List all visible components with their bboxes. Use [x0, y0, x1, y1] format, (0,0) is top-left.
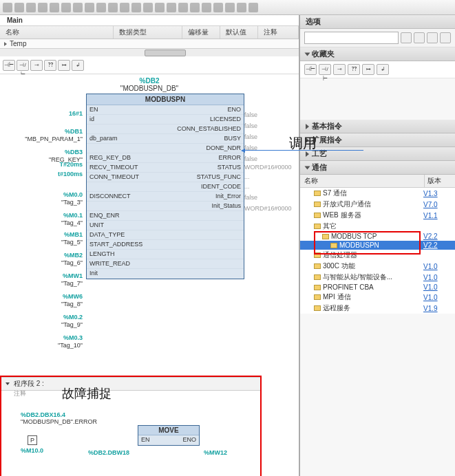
toolbar-icon[interactable] — [213, 3, 223, 12]
tree-item[interactable]: PROFINET CBAV1.0 — [300, 283, 455, 292]
fav-contact-nc[interactable]: ⊣/⊢ — [319, 64, 331, 75]
network-2-comment[interactable]: 注释 — [14, 389, 26, 398]
tree-col-name[interactable]: 名称 — [300, 175, 425, 187]
toolbar-icon[interactable] — [85, 3, 94, 12]
branch-open-icon[interactable]: ↦ — [58, 60, 70, 71]
search-opt3-icon[interactable] — [427, 32, 438, 43]
coil-icon[interactable]: ⊸ — [30, 60, 43, 71]
refresh-icon[interactable] — [440, 32, 451, 43]
tree-col-ver[interactable]: 版本 — [425, 175, 455, 187]
tree-item[interactable]: 与智能从站/智能设备...V1.0 — [300, 272, 455, 283]
interface-row-temp[interactable]: Temp — [0, 39, 299, 48]
toolbar-icon[interactable] — [108, 3, 118, 12]
toolbar-icon[interactable] — [190, 3, 200, 12]
toolbar-icon[interactable] — [73, 3, 83, 12]
left-operand[interactable]: %MB2"Tag_6" — [0, 252, 83, 267]
section-comm[interactable]: 通信 — [300, 161, 455, 175]
toolbar-icon[interactable] — [26, 3, 36, 12]
right-operand[interactable]: false — [244, 122, 299, 130]
right-operand[interactable]: ... — [244, 173, 299, 181]
edge-p[interactable]: P — [28, 435, 37, 445]
collapse-icon[interactable] — [6, 382, 10, 385]
tree-item[interactable]: 远程服务V1.9 — [300, 303, 455, 314]
block-tab[interactable]: Main — [0, 15, 299, 26]
left-operand[interactable]: T#20ms — [0, 161, 83, 169]
branch-close-icon[interactable]: ↲ — [72, 60, 84, 71]
network-2-header[interactable]: 程序段 2 : — [1, 377, 260, 391]
toolbar-icon[interactable] — [3, 3, 12, 12]
toolbar-icon[interactable] — [50, 3, 59, 12]
left-operand[interactable]: %MW6"Tag_8" — [0, 293, 83, 308]
tree-item[interactable]: 300C 功能V1.0 — [300, 261, 455, 272]
toolbar-icon[interactable] — [178, 3, 188, 12]
right-operand[interactable]: false — [244, 194, 299, 202]
toolbar-icon[interactable] — [202, 3, 211, 12]
contact-symbol[interactable]: %DB2.DBX16.4 — [21, 411, 65, 418]
tree-item[interactable]: MODBUS TCPV2.2 — [300, 232, 455, 241]
edge-mem-sym[interactable]: %M10.0 — [21, 447, 43, 454]
favorites-header[interactable]: 收藏夹 — [300, 47, 455, 61]
tree-item[interactable]: WEB 服务器V1.1 — [300, 210, 455, 221]
toolbar-icon[interactable] — [38, 3, 47, 12]
toolbar-icon[interactable] — [155, 3, 165, 12]
toolbar-icon[interactable] — [120, 3, 129, 12]
left-operand[interactable]: %M0.2"Tag_9" — [0, 314, 83, 329]
section-ext[interactable]: 扩展指令 — [300, 133, 455, 147]
col-offset[interactable]: 偏移量 — [182, 26, 220, 39]
search-opt2-icon[interactable] — [414, 32, 425, 43]
fav-branch-open[interactable]: ↦ — [362, 64, 374, 75]
right-operand[interactable]: false — [244, 155, 299, 163]
contact-nc-icon[interactable]: ⊣/⊢ — [17, 60, 29, 71]
tree-item[interactable]: 开放式用户通信V7.0 — [300, 199, 455, 210]
left-operand[interactable]: %MB1"Tag_5" — [0, 231, 83, 246]
toolbar-icon[interactable] — [96, 3, 106, 12]
col-default[interactable]: 默认值 — [220, 26, 258, 39]
left-operand[interactable]: %M0.3"Tag_10" — [0, 334, 83, 349]
right-operand[interactable]: WORD#16#0000 — [244, 205, 299, 213]
tree-item[interactable]: 通信处理器 — [300, 250, 455, 261]
col-comment[interactable]: 注释 — [258, 26, 299, 39]
col-datatype[interactable]: 数据类型 — [114, 26, 182, 39]
toolbar-icon[interactable] — [237, 3, 246, 12]
expand-icon[interactable] — [4, 42, 7, 46]
tree-item[interactable]: MPI 通信V1.0 — [300, 292, 455, 303]
fb-call-box[interactable]: MODBUSPN ENENO idLICENSED CONN_ESTABLISH… — [86, 94, 244, 279]
toolbar-icon[interactable] — [14, 3, 24, 12]
left-operand[interactable]: %DB1"MB_PN_PARAM_1" — [0, 128, 83, 143]
toolbar-icon[interactable] — [167, 3, 176, 12]
box-icon[interactable]: ⁇ — [44, 60, 56, 71]
left-operand[interactable]: %M0.1"Tag_4" — [0, 212, 83, 227]
toolbar-icon[interactable] — [131, 3, 141, 12]
toolbar-icon[interactable] — [248, 3, 258, 12]
fav-contact-no[interactable]: ⊣⊢ — [304, 64, 317, 75]
toolbar-icon[interactable] — [61, 3, 71, 12]
left-operand[interactable]: t#100ms — [0, 171, 83, 178]
search-opt-icon[interactable] — [401, 32, 412, 43]
hscroll[interactable] — [0, 48, 299, 56]
tree-item[interactable]: MODBUSPNV2.2 — [300, 241, 455, 250]
tree-item[interactable]: S7 通信V1.3 — [300, 188, 455, 199]
fav-branch-close[interactable]: ↲ — [377, 64, 389, 75]
right-operand[interactable]: WORD#16#0000 — [244, 164, 299, 171]
move-out-val[interactable]: %MW12 — [204, 449, 227, 456]
right-operand[interactable]: ... — [244, 183, 299, 191]
fav-coil[interactable]: ⊸ — [333, 64, 346, 75]
hscroll-thumb[interactable] — [145, 50, 186, 56]
left-operand[interactable]: 16#1 — [0, 110, 83, 118]
search-input[interactable] — [304, 32, 399, 44]
section-tech[interactable]: 工艺 — [300, 147, 455, 161]
left-operand[interactable]: %M0.0"Tag_3" — [0, 191, 83, 206]
move-in-val[interactable]: %DB2.DBW18 — [88, 449, 129, 456]
fav-box[interactable]: ⁇ — [348, 64, 360, 75]
network-canvas[interactable]: %DB2 "MODBUSPN_DB" MODBUSPN ENENO idLICE… — [0, 74, 299, 476]
contact-no-icon[interactable]: ⊣⊢ — [3, 60, 15, 71]
right-operand[interactable]: false — [244, 111, 299, 119]
toolbar-icon[interactable] — [143, 3, 153, 12]
section-basic[interactable]: 基本指令 — [300, 120, 455, 133]
options-header[interactable]: 选项 — [300, 15, 455, 29]
toolbar-icon[interactable] — [225, 3, 235, 12]
left-operand[interactable]: %MW1"Tag_7" — [0, 272, 83, 288]
tree-item[interactable]: 其它 — [300, 221, 455, 232]
col-name[interactable]: 名称 — [0, 26, 114, 39]
move-box[interactable]: MOVE ENENO — [138, 425, 200, 446]
